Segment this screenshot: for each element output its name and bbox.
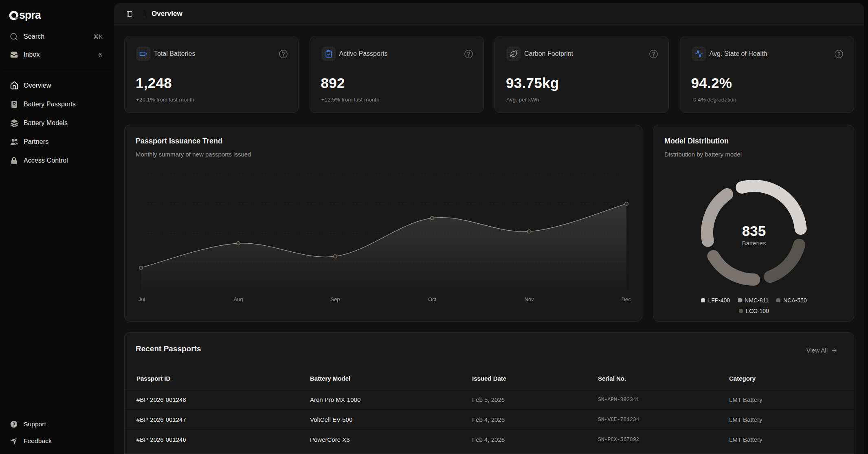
svg-text:spra: spra: [19, 11, 42, 21]
svg-text:Sep: Sep: [330, 296, 340, 302]
svg-text:Dec: Dec: [621, 296, 631, 302]
svg-text:Oct: Oct: [428, 296, 437, 302]
svg-text:Aug: Aug: [233, 296, 243, 302]
svg-text:Nov: Nov: [524, 296, 534, 302]
svg-text:Jul: Jul: [138, 296, 145, 302]
